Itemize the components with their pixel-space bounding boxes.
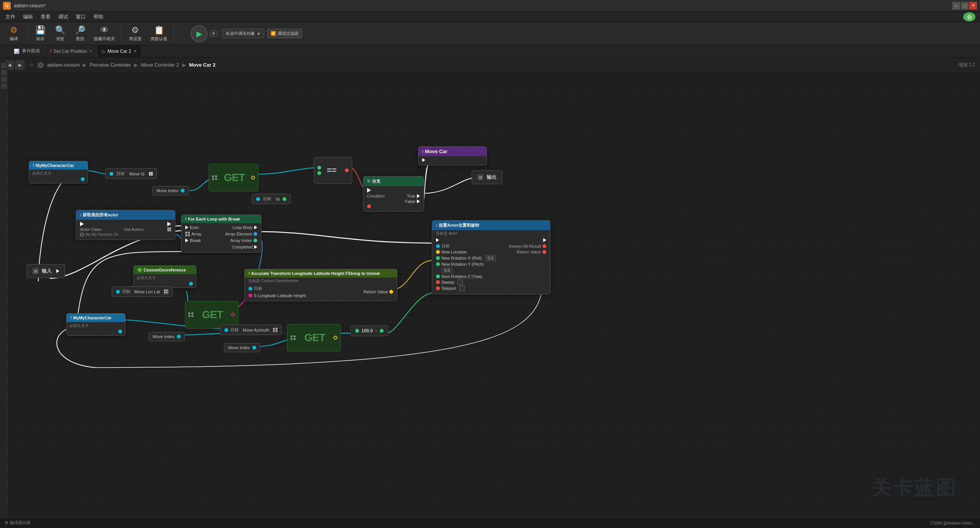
node-move-index-2[interactable]: Move Index bbox=[149, 332, 185, 341]
node-my-character-car-1[interactable]: f MyMyCharacterCar 从持久关卡 bbox=[29, 161, 88, 183]
set-target-label: 目标 bbox=[441, 243, 450, 249]
sidebar-icon-4[interactable] bbox=[1, 83, 7, 89]
node-move-lon-lat[interactable]: 目标 Move Lon Lat bbox=[112, 286, 173, 297]
for-exec-in bbox=[185, 226, 188, 229]
cond-pin bbox=[367, 204, 371, 208]
node-cesium-georef[interactable]: ● CesiumGeoreference 从持久关卡 bbox=[133, 265, 196, 288]
node-target-id[interactable]: 目标 Id bbox=[252, 194, 291, 204]
zoom-info: 缩放 1:1 bbox=[959, 62, 975, 68]
tabbar: 📊 事件图表 f Set Car Position ✕ ▷ Move Car 2… bbox=[0, 45, 980, 57]
titlebar: U addam-cesium* ─ □ ✕ bbox=[0, 0, 980, 11]
sidebar-icon-2[interactable] bbox=[1, 70, 7, 75]
save-button[interactable]: 💾 保存 bbox=[31, 24, 49, 44]
lon-lat-grid-pin bbox=[164, 289, 168, 294]
char2-header: f MyMyCharacterCar bbox=[67, 314, 125, 322]
node-branch[interactable]: ↻ 分支 Condition True False bbox=[363, 176, 424, 212]
for-completed-pin bbox=[254, 245, 257, 249]
left-sidebar bbox=[0, 61, 8, 517]
teleport-checkbox[interactable] bbox=[459, 286, 465, 291]
node-move-index-3[interactable]: Move Index bbox=[224, 343, 260, 352]
breadcrumb-item-3[interactable]: Move Controler 2 bbox=[141, 62, 179, 68]
char2-title: MyMyCharacterCar bbox=[73, 315, 111, 320]
breadcrumb-item-4[interactable]: Move Car 2 bbox=[189, 62, 216, 68]
find-button[interactable]: 🔎 查找 bbox=[71, 24, 89, 44]
break-label: Break bbox=[190, 238, 201, 243]
menu-item-file[interactable]: 文件 bbox=[2, 11, 19, 22]
hide-unrelated-button[interactable]: 👁 隐藏不相关 bbox=[91, 24, 118, 44]
minimize-button[interactable]: ─ bbox=[952, 2, 960, 10]
cesium-header: ● CesiumGeoreference bbox=[134, 266, 196, 274]
class-defaults-button[interactable]: 📋 类默认值 bbox=[147, 24, 170, 44]
output-icon: ▤ bbox=[477, 174, 483, 180]
for-break-pin bbox=[185, 239, 188, 242]
set-actor-subtitle: 目标是 Actor bbox=[432, 230, 550, 236]
browse-button[interactable]: 🔍 浏览 bbox=[51, 24, 69, 44]
accurate-lon-pin bbox=[248, 294, 252, 298]
sweep-label: Sweep bbox=[441, 280, 454, 284]
sidebar-icon-1[interactable] bbox=[1, 63, 7, 68]
node-100[interactable]: 100.0 + bbox=[350, 325, 389, 336]
node-my-character-car-2[interactable]: f MyMyCharacterCar 从持久关卡 bbox=[66, 313, 126, 336]
debug-target-dropdown[interactable]: 未选中调试对象 ▼ bbox=[222, 29, 264, 38]
tab-event-graph[interactable]: 📊 事件图表 bbox=[9, 45, 45, 57]
close-button[interactable]: ✕ bbox=[969, 2, 977, 10]
debug-dropdown-arrow: ▼ bbox=[256, 31, 261, 36]
maximize-button[interactable]: □ bbox=[961, 2, 969, 10]
node-get-actors[interactable]: f 获取类的所有actor Actor Class Out Actors bbox=[76, 210, 175, 240]
breadcrumb-sep-1: ▶ bbox=[83, 62, 87, 68]
node-move-car[interactable]: f Move Car bbox=[418, 146, 487, 165]
true-label: True bbox=[407, 194, 415, 198]
node-accurate-transform[interactable]: f Accurate Transform Longitude Latitude … bbox=[244, 269, 397, 301]
teleport-label: Teleport bbox=[441, 286, 456, 291]
tab-close-setcar[interactable]: ✕ bbox=[89, 49, 92, 53]
run-button[interactable]: ▶ ▼ bbox=[191, 25, 217, 42]
breadcrumb-logo: ◯ bbox=[37, 62, 44, 69]
hundred-plus: + bbox=[375, 329, 377, 333]
set-actor-title: 设置Actor位置和旋转 bbox=[439, 222, 479, 228]
node-for-each-loop[interactable]: f For Each Loop with Break Exec Array bbox=[181, 214, 261, 253]
for-loop-body-pin bbox=[254, 226, 257, 229]
node-equals[interactable]: == bbox=[314, 157, 352, 184]
sweep-checkbox[interactable] bbox=[457, 280, 463, 285]
browse-label: 浏览 bbox=[56, 36, 64, 42]
menu-item-view[interactable]: 查看 bbox=[37, 11, 54, 22]
branch-true-pin bbox=[417, 194, 420, 198]
rot-y-value: 0.0 bbox=[441, 267, 452, 273]
tab-set-car-position[interactable]: f Set Car Position ✕ bbox=[45, 45, 97, 57]
tab-close-movecar2[interactable]: ✕ bbox=[134, 49, 137, 53]
node-move-index-1[interactable]: Move Index bbox=[152, 186, 189, 195]
target-id-in bbox=[256, 197, 260, 201]
run-dropdown-arrow[interactable]: ▼ bbox=[210, 30, 217, 37]
id-label: Id bbox=[276, 197, 279, 201]
menu-item-debug[interactable]: 调试 bbox=[54, 11, 72, 22]
breadcrumb-item-1[interactable]: addam-cesium bbox=[47, 62, 80, 68]
find-label: 查找 bbox=[76, 36, 84, 42]
node-target-azimuth[interactable]: 目标 Move Azimuth bbox=[220, 325, 282, 335]
sidebar-icon-3[interactable] bbox=[1, 77, 7, 82]
node-get-3[interactable]: GET bbox=[287, 324, 341, 351]
tab-move-car-2[interactable]: ▷ Move Car 2 ✕ bbox=[97, 45, 142, 57]
class-settings-button[interactable]: ⚙ 类设置 bbox=[124, 24, 146, 44]
canvas-area[interactable]: f MyMyCharacterCar 从持久关卡 目标 Move Id Move… bbox=[8, 73, 980, 517]
accurate-subtitle: 目标是 Cesium Georeference bbox=[245, 278, 397, 284]
get3-right-pin bbox=[333, 336, 337, 340]
forward-button[interactable]: ▶ bbox=[15, 60, 24, 70]
menu-item-edit[interactable]: 编辑 bbox=[19, 11, 37, 22]
node-set-actor-pos[interactable]: f 设置Actor位置和旋转 目标是 Actor 目标 Sweep Hit Re… bbox=[432, 220, 550, 294]
target-id-out bbox=[283, 197, 286, 201]
rot-x-value: 0.0 bbox=[485, 255, 496, 261]
node-input[interactable]: ▤ 输入 bbox=[27, 264, 65, 278]
menu-item-help[interactable]: 帮助 bbox=[90, 11, 107, 22]
azimuth-label: Move Azimuth bbox=[243, 328, 269, 332]
breadcrumb-item-2[interactable]: Perceive Controler bbox=[90, 62, 131, 68]
node-get-1[interactable]: GET bbox=[209, 164, 258, 191]
set-actor-exec-in bbox=[436, 238, 439, 242]
node-move-id[interactable]: 目标 Move Id bbox=[105, 168, 157, 179]
compile-button[interactable]: ⚙ 编译 bbox=[3, 24, 24, 44]
debug-filter-button[interactable]: 🔽 调试过滤器 bbox=[267, 29, 302, 38]
compile-icon: ⚙ bbox=[10, 25, 18, 35]
bookmark-icon[interactable]: ☆ bbox=[29, 62, 34, 68]
node-output[interactable]: ▤ 输出 bbox=[472, 170, 502, 184]
menu-item-window[interactable]: 窗口 bbox=[72, 11, 90, 22]
char-node-title: MyMyCharacterCar bbox=[36, 163, 74, 168]
